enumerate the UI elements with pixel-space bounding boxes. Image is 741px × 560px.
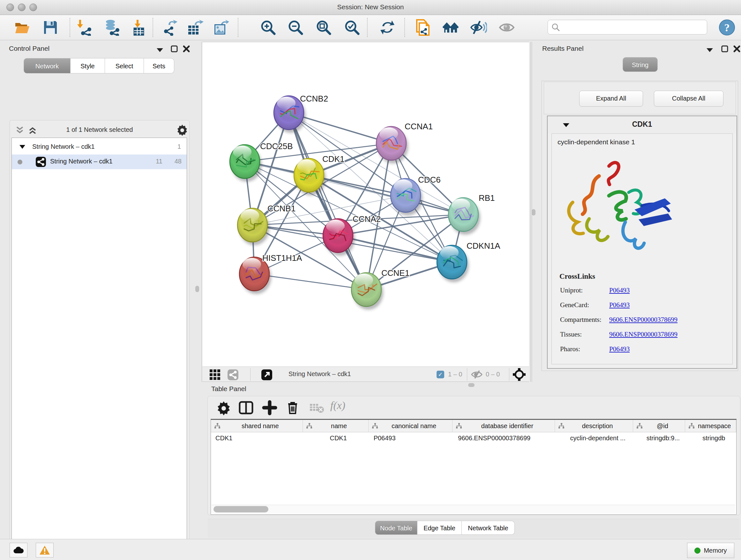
crosslink-link[interactable]: 9606.ENSP00000378699: [609, 316, 677, 324]
column-header-canonical-name[interactable]: canonical name: [368, 420, 453, 432]
panel-float-icon[interactable]: [721, 45, 729, 53]
help-icon[interactable]: ?: [719, 19, 735, 36]
apply-layout-icon[interactable]: [379, 19, 396, 36]
panel-float-icon[interactable]: [171, 45, 178, 53]
cloud-status-button[interactable]: [10, 543, 27, 557]
cytoscape-window: { "window": { "title": "Session: New Ses…: [0, 0, 741, 560]
open-in-window-icon[interactable]: [261, 369, 273, 381]
network-node-CDC6[interactable]: CDC6: [391, 175, 441, 215]
table-horizontal-scrollbar[interactable]: [212, 505, 735, 513]
add-column-icon[interactable]: [262, 400, 277, 415]
clone-network-icon[interactable]: [414, 19, 431, 36]
network-row-selected[interactable]: String Network – cdk1 11 48: [12, 154, 187, 169]
bottom-splitter-handle[interactable]: [468, 383, 475, 387]
houses-icon[interactable]: [442, 19, 459, 36]
network-node-CDKN1A[interactable]: CDKN1A: [437, 241, 500, 282]
tab-style[interactable]: Style: [71, 58, 105, 73]
column-type-icon: [558, 423, 564, 429]
zoom-fit-icon[interactable]: [315, 19, 332, 36]
network-node-CCNB2[interactable]: CCNB2: [274, 94, 328, 133]
hide-graphics-icon[interactable]: [498, 19, 515, 36]
import-network-icon[interactable]: [77, 19, 94, 36]
delete-column-icon[interactable]: [285, 400, 300, 415]
tab-network[interactable]: Network: [23, 58, 71, 73]
table-row[interactable]: CDK1CDK1P064939606.ENSP00000378699cyclin…: [211, 432, 736, 444]
save-session-icon[interactable]: [42, 19, 59, 36]
search-box[interactable]: [548, 20, 707, 35]
crosslink-link[interactable]: P06493: [609, 345, 630, 353]
export-network-icon[interactable]: [161, 19, 178, 36]
column-header-namespace[interactable]: namespace: [685, 420, 736, 432]
left-splitter[interactable]: [202, 42, 202, 382]
network-canvas[interactable]: CCNB2CCNA1CDC25BCDK1CDC6RB1CCNB1CCNA2CDK…: [202, 42, 529, 367]
cell-namespace[interactable]: stringdb: [687, 432, 736, 444]
import-database-icon[interactable]: [104, 19, 120, 36]
cell-database-identifier[interactable]: 9606.ENSP00000378699: [454, 432, 556, 444]
tab-string[interactable]: String: [623, 57, 658, 72]
network-node-CCNE1[interactable]: CCNE1: [351, 268, 409, 310]
panel-close-icon[interactable]: [733, 45, 741, 53]
tab-node-table[interactable]: Node Table: [375, 521, 417, 535]
zoom-out-icon[interactable]: [287, 19, 304, 36]
selected-checkbox[interactable]: ✓: [436, 371, 444, 378]
tab-sets[interactable]: Sets: [144, 58, 174, 73]
memory-button[interactable]: Memory: [687, 543, 734, 558]
cell-name[interactable]: CDK1: [303, 432, 369, 444]
panel-menu-icon[interactable]: [156, 47, 164, 53]
warning-button[interactable]: [36, 543, 54, 557]
cell-@id[interactable]: stringdb:9...: [635, 432, 687, 444]
panel-menu-icon[interactable]: [705, 47, 714, 53]
tab-edge-table[interactable]: Edge Table: [417, 521, 462, 535]
zoom-in-icon[interactable]: [260, 19, 276, 36]
table-gear-icon[interactable]: [216, 400, 231, 415]
network-graph[interactable]: CCNB2CCNA1CDC25BCDK1CDC6RB1CCNB1CCNA2CDK…: [202, 42, 529, 367]
tab-select[interactable]: Select: [105, 58, 144, 73]
cell-description[interactable]: cyclin-dependent ...: [556, 432, 635, 444]
search-input[interactable]: [560, 23, 702, 31]
network-node-CCNA1[interactable]: CCNA1: [376, 122, 433, 164]
status-bar: Memory: [0, 539, 741, 560]
network-type-icon[interactable]: [227, 369, 239, 381]
selected-node-edge-counts: 1 – 0: [448, 371, 462, 378]
cell-canonical-name[interactable]: P06493: [369, 432, 454, 444]
collapse-all-button[interactable]: Collapse All: [654, 91, 724, 107]
network-edges: [245, 113, 463, 290]
crosslink-link[interactable]: P06493: [609, 287, 630, 294]
edge-CCNB2-CCNE1[interactable]: [289, 113, 366, 290]
node-label-CDC6: CDC6: [418, 175, 441, 185]
birdseye-grid-icon[interactable]: [209, 369, 221, 381]
column-header-description[interactable]: description: [555, 420, 633, 432]
tree-expand-icon[interactable]: [19, 144, 26, 149]
network-collection-row[interactable]: String Network – cdk1 1: [12, 140, 187, 154]
network-node-CDC25B[interactable]: CDC25B: [230, 141, 293, 182]
select-columns-icon[interactable]: [239, 400, 254, 415]
import-table-icon[interactable]: [130, 19, 147, 36]
left-splitter-handle[interactable]: [195, 286, 199, 292]
pan-crosshair-icon[interactable]: [513, 368, 526, 381]
crosslink-link[interactable]: P06493: [609, 301, 630, 309]
panel-close-icon[interactable]: [183, 45, 190, 53]
edge-CCNA2-CDKN1A[interactable]: [338, 236, 452, 262]
column-header-@id[interactable]: @id: [633, 420, 685, 432]
network-node-HIST1H1A[interactable]: HIST1H1A: [239, 253, 302, 294]
network-node-CCNB1[interactable]: CCNB1: [238, 204, 295, 245]
open-session-icon[interactable]: [14, 19, 30, 36]
gear-icon[interactable]: [177, 124, 188, 136]
network-node-CDK1[interactable]: CDK1: [294, 154, 344, 195]
crosslink-link[interactable]: 9606.ENSP00000378699: [609, 330, 677, 338]
expand-all-button[interactable]: Expand All: [579, 91, 643, 107]
network-node-RB1[interactable]: RB1: [448, 193, 495, 235]
graphics-details-icon[interactable]: [470, 19, 487, 36]
cell-shared-name[interactable]: CDK1: [211, 432, 303, 444]
toolbar-separator: [70, 18, 70, 37]
column-header-shared-name[interactable]: shared name: [211, 420, 303, 432]
zoom-selected-icon[interactable]: [344, 19, 360, 36]
gene-entry-header[interactable]: CDK1: [548, 116, 737, 133]
export-table-icon[interactable]: [187, 19, 204, 36]
scrollbar-thumb[interactable]: [213, 506, 268, 512]
column-header-name[interactable]: name: [303, 420, 368, 432]
export-image-icon[interactable]: [212, 19, 229, 36]
tab-network-table[interactable]: Network Table: [462, 521, 515, 535]
right-splitter[interactable]: [530, 42, 531, 382]
column-header-database-identifier[interactable]: database identifier: [453, 420, 555, 432]
